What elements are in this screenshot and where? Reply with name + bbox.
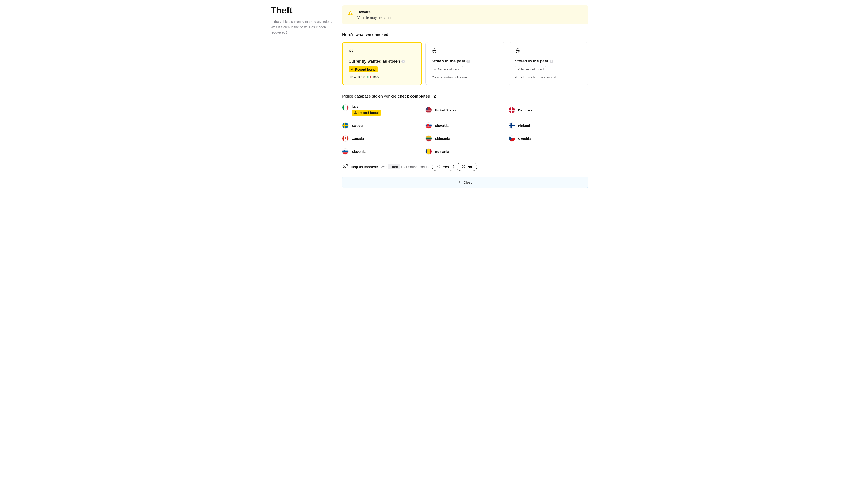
svg-rect-24 — [426, 107, 428, 110]
check-icon — [434, 67, 437, 71]
country-name: Denmark — [518, 108, 532, 112]
czechia-flag-icon — [509, 135, 515, 142]
svg-rect-39 — [347, 136, 348, 141]
sweden-flag-icon — [342, 122, 348, 128]
card-title-text: Stolen in the past — [515, 59, 548, 63]
card-title-text: Currently wanted as stolen — [348, 59, 400, 64]
close-button[interactable]: Close — [342, 177, 588, 188]
feedback-no-button[interactable]: No — [456, 163, 477, 171]
usa-flag-icon — [425, 107, 432, 113]
svg-rect-47 — [343, 152, 348, 154]
country-name: Slovakia — [435, 124, 449, 127]
check-card-stolen-past-2: Stolen in the past ? No record found Veh… — [509, 42, 588, 85]
button-label: No — [468, 165, 472, 169]
no-record-badge: No record found — [515, 66, 546, 73]
svg-rect-22 — [426, 111, 432, 111]
no-record-badge: No record found — [432, 66, 463, 73]
country-name: Czechia — [518, 137, 531, 140]
beware-alert: Beware Vehicle may be stolen! — [342, 5, 588, 25]
help-icon[interactable]: ? — [466, 60, 470, 63]
svg-point-3 — [352, 51, 352, 51]
feedback-chip: Theft — [388, 164, 400, 169]
alert-triangle-icon — [354, 111, 357, 114]
svg-rect-1 — [350, 14, 350, 15]
svg-point-52 — [344, 165, 345, 166]
check-icon — [517, 67, 520, 71]
feedback-title: Help us improve! — [351, 165, 378, 169]
svg-point-53 — [438, 165, 440, 168]
country-name: Slovenia — [352, 150, 365, 153]
card-meta: 2014-04-23 Italy — [348, 75, 416, 79]
svg-rect-14 — [344, 105, 347, 110]
countries-grid: Italy Record found United States — [342, 105, 588, 155]
svg-point-55 — [439, 166, 439, 166]
side-panel: Theft Is the vehicle currently marked as… — [271, 5, 333, 188]
svg-point-9 — [433, 50, 434, 51]
card-title-text: Stolen in the past — [432, 59, 465, 63]
svg-rect-27 — [509, 110, 515, 110]
badge-label: No record found — [521, 67, 544, 71]
alert-title: Beware — [358, 10, 393, 14]
svg-rect-7 — [369, 76, 370, 78]
checked-heading: Here's what we checked: — [342, 32, 588, 37]
feedback-text: Was Theft information useful? — [381, 165, 429, 169]
svg-point-11 — [516, 50, 517, 51]
svg-point-48 — [344, 150, 345, 151]
country-czechia: Czechia — [509, 135, 588, 142]
alert-triangle-icon — [348, 10, 353, 17]
main-content: Beware Vehicle may be stolen! Here's wha… — [342, 5, 588, 188]
svg-point-10 — [435, 50, 436, 51]
svg-rect-15 — [347, 105, 348, 110]
svg-rect-50 — [427, 149, 430, 154]
svg-point-2 — [350, 51, 351, 51]
badge-label: No record found — [438, 67, 461, 71]
country-name: Romania — [435, 150, 449, 153]
svg-rect-51 — [430, 149, 432, 154]
country-name: Canada — [352, 137, 364, 140]
meta-date: 2014-04-23 — [348, 75, 365, 79]
thief-mask-icon — [348, 48, 416, 55]
country-slovakia: Slovakia — [425, 122, 505, 128]
db-check-heading: Police database stolen vehicle check com… — [342, 94, 588, 98]
svg-rect-40 — [426, 136, 432, 138]
svg-rect-46 — [343, 151, 348, 153]
page-title: Theft — [271, 5, 333, 15]
svg-rect-21 — [426, 110, 432, 110]
country-denmark: Denmark — [509, 105, 588, 116]
italy-flag-icon — [367, 75, 371, 79]
svg-rect-36 — [509, 125, 515, 126]
svg-point-12 — [518, 50, 519, 51]
country-united-states: United States — [425, 105, 505, 116]
badge-label: Record found — [355, 68, 376, 71]
country-lithuania: Lithuania — [425, 135, 505, 142]
feedback-person-icon — [342, 164, 348, 170]
svg-point-56 — [462, 165, 465, 168]
finland-flag-icon — [509, 122, 515, 128]
country-sweden: Sweden — [342, 122, 422, 128]
alert-triangle-icon — [351, 67, 354, 71]
svg-rect-0 — [350, 12, 350, 14]
svg-point-58 — [464, 166, 464, 166]
svg-rect-38 — [343, 136, 344, 141]
svg-rect-6 — [367, 76, 368, 78]
record-found-badge: Record found — [352, 110, 381, 116]
svg-rect-41 — [426, 138, 432, 140]
thief-mask-icon — [432, 48, 499, 55]
help-icon[interactable]: ? — [401, 60, 405, 63]
checked-cards: Currently wanted as stolen ? Record foun… — [342, 42, 588, 85]
frown-icon — [462, 165, 465, 169]
country-canada: Canada — [342, 135, 422, 142]
slovakia-flag-icon — [425, 122, 432, 128]
country-slovenia: Slovenia — [342, 148, 422, 155]
help-icon[interactable]: ? — [549, 60, 553, 63]
svg-rect-13 — [343, 105, 344, 110]
meta-country: Italy — [373, 75, 379, 79]
svg-rect-42 — [426, 139, 432, 141]
check-card-stolen-past-1: Stolen in the past ? No record found Cur… — [425, 42, 505, 85]
button-label: Yes — [443, 165, 449, 169]
country-name: Lithuania — [435, 137, 450, 140]
country-romania: Romania — [425, 148, 505, 155]
badge-label: Record found — [358, 111, 379, 114]
feedback-yes-button[interactable]: Yes — [432, 163, 454, 171]
lithuania-flag-icon — [425, 135, 432, 142]
